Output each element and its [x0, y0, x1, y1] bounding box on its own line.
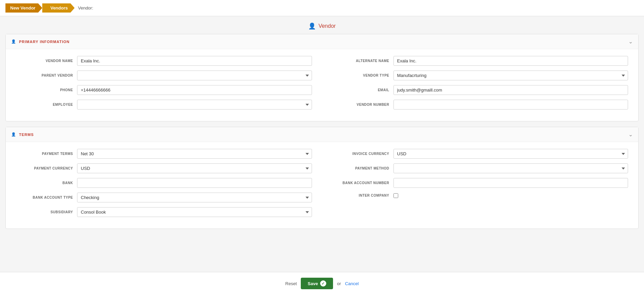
bank-account-type-label: BANK ACCOUNT TYPE — [16, 196, 77, 199]
payment-currency-label: PAYMENT CURRENCY — [16, 166, 77, 170]
email-input[interactable] — [393, 85, 628, 95]
terms-left-col: PAYMENT TERMS Net 30 PAYMENT CURRENCY US… — [16, 149, 312, 222]
subsidiary-wrap: Consol Book — [77, 207, 312, 217]
parent-vendor-row: PARENT VENDOR — [16, 71, 312, 80]
alternate-name-row: ALTERNATE NAME — [332, 56, 628, 66]
bank-account-type-select[interactable]: Checking — [77, 193, 312, 202]
primary-left-col: VENDOR NAME PARENT VENDOR PHONE — [16, 56, 312, 114]
payment-currency-row: PAYMENT CURRENCY USD — [16, 163, 312, 173]
subsidiary-label: SUBSIDIARY — [16, 210, 77, 214]
subsidiary-select[interactable]: Consol Book — [77, 207, 312, 217]
primary-form-grid: VENDOR NAME PARENT VENDOR PHONE — [16, 56, 628, 114]
phone-wrap — [77, 85, 312, 95]
email-wrap — [393, 85, 628, 95]
vendor-type-wrap: Manufacrturing — [393, 71, 628, 80]
parent-vendor-wrap — [77, 71, 312, 80]
bank-account-type-wrap: Checking — [77, 193, 312, 202]
terms-section: 👤 TERMS ⌄ PAYMENT TERMS Net 30 PAYMENT C… — [5, 127, 639, 229]
parent-vendor-select[interactable] — [77, 71, 312, 80]
current-breadcrumb: Vendor: — [78, 5, 93, 11]
email-row: EMAIL — [332, 85, 628, 95]
bank-label: BANK — [16, 181, 77, 185]
payment-currency-select[interactable]: USD — [77, 163, 312, 173]
payment-currency-wrap: USD — [77, 163, 312, 173]
breadcrumb: New Vendor Vendors Vendor: — [0, 0, 644, 16]
vendor-name-input[interactable] — [77, 56, 312, 66]
payment-method-wrap — [393, 163, 628, 173]
primary-section-chevron[interactable]: ⌄ — [628, 38, 633, 45]
inter-company-wrap — [393, 193, 628, 198]
vendor-number-wrap — [393, 100, 628, 110]
page-header: 👤 Vendor — [0, 16, 644, 34]
employee-label: EMPLOYEE — [16, 103, 77, 106]
phone-input[interactable] — [77, 85, 312, 95]
bank-row: BANK — [16, 178, 312, 188]
vendor-name-label: VENDOR NAME — [16, 59, 77, 63]
alternate-name-input[interactable] — [393, 56, 628, 66]
employee-wrap — [77, 100, 312, 110]
bank-account-type-row: BANK ACCOUNT TYPE Checking — [16, 193, 312, 202]
parent-vendor-label: PARENT VENDOR — [16, 74, 77, 77]
vendor-number-label: VENDOR NUMBER — [332, 103, 393, 106]
invoice-currency-label: INVOICE CURRENCY — [332, 152, 393, 156]
payment-terms-label: PAYMENT TERMS — [16, 152, 77, 156]
bank-wrap — [77, 178, 312, 188]
inter-company-label: INTER COMPANY — [332, 194, 393, 197]
bank-account-number-label: BANK ACCOUNT NUMBER — [332, 181, 393, 185]
invoice-currency-wrap: USD — [393, 149, 628, 159]
vendor-name-row: VENDOR NAME — [16, 56, 312, 66]
primary-section-header: 👤 PRIMARY INFORMATION ⌄ — [6, 34, 638, 49]
primary-information-section: 👤 PRIMARY INFORMATION ⌄ VENDOR NAME PARE… — [5, 34, 639, 121]
vendor-number-input[interactable] — [393, 100, 628, 110]
email-label: EMAIL — [332, 88, 393, 92]
terms-section-title: 👤 TERMS — [11, 132, 34, 137]
payment-method-label: PAYMENT METHOD — [332, 166, 393, 170]
terms-form-grid: PAYMENT TERMS Net 30 PAYMENT CURRENCY US… — [16, 149, 628, 222]
inter-company-row: INTER COMPANY — [332, 193, 628, 198]
primary-form-body: VENDOR NAME PARENT VENDOR PHONE — [6, 49, 638, 121]
invoice-currency-select[interactable]: USD — [393, 149, 628, 159]
payment-method-select[interactable] — [393, 163, 628, 173]
vendor-type-row: VENDOR TYPE Manufacrturing — [332, 71, 628, 80]
payment-terms-select[interactable]: Net 30 — [77, 149, 312, 159]
payment-method-row: PAYMENT METHOD — [332, 163, 628, 173]
payment-terms-row: PAYMENT TERMS Net 30 — [16, 149, 312, 159]
vendor-type-select[interactable]: Manufacrturing — [393, 71, 628, 80]
bank-account-number-row: BANK ACCOUNT NUMBER — [332, 178, 628, 188]
vendor-type-label: VENDOR TYPE — [332, 74, 393, 77]
primary-section-title: 👤 PRIMARY INFORMATION — [11, 39, 70, 44]
new-vendor-breadcrumb[interactable]: New Vendor — [5, 3, 42, 13]
subsidiary-row: SUBSIDIARY Consol Book — [16, 207, 312, 217]
inter-company-checkbox[interactable] — [393, 193, 398, 198]
primary-right-col: ALTERNATE NAME VENDOR TYPE Manufacrturin… — [332, 56, 628, 114]
terms-right-col: INVOICE CURRENCY USD PAYMENT METHOD — [332, 149, 628, 222]
terms-form-body: PAYMENT TERMS Net 30 PAYMENT CURRENCY US… — [6, 142, 638, 229]
employee-select[interactable] — [77, 100, 312, 110]
phone-row: PHONE — [16, 85, 312, 95]
alternate-name-wrap — [393, 56, 628, 66]
vendor-number-row: VENDOR NUMBER — [332, 100, 628, 110]
employee-row: EMPLOYEE — [16, 100, 312, 110]
phone-label: PHONE — [16, 88, 77, 92]
terms-icon: 👤 — [11, 132, 16, 137]
bank-account-number-input[interactable] — [393, 178, 628, 188]
terms-section-header: 👤 TERMS ⌄ — [6, 127, 638, 142]
terms-section-chevron[interactable]: ⌄ — [628, 131, 633, 138]
page-title: Vendor — [318, 23, 336, 29]
primary-icon: 👤 — [11, 39, 16, 44]
vendor-icon: 👤 — [308, 22, 316, 30]
invoice-currency-row: INVOICE CURRENCY USD — [332, 149, 628, 159]
vendor-name-wrap — [77, 56, 312, 66]
payment-terms-wrap: Net 30 — [77, 149, 312, 159]
vendors-breadcrumb[interactable]: Vendors — [42, 3, 74, 13]
bank-input[interactable] — [77, 178, 312, 188]
alternate-name-label: ALTERNATE NAME — [332, 59, 393, 63]
bank-account-number-wrap — [393, 178, 628, 188]
